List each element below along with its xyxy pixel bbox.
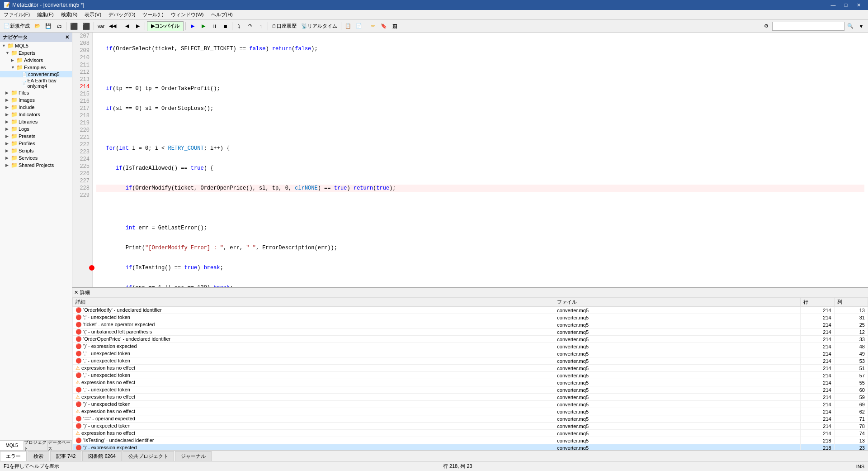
error-row[interactable]: 🔴 ',' - unexpected tokenconverter.mq5214… xyxy=(73,357,868,365)
error-detail: ⚠ expression has no effect xyxy=(73,379,554,386)
menu-help[interactable]: ヘルプ(H) xyxy=(208,10,236,19)
tab-error[interactable]: エラー xyxy=(0,451,27,461)
tab-article[interactable]: 記事 742 xyxy=(50,451,81,461)
nav-item-ea-earth[interactable]: 📄 EA Earth bay only.mq4 xyxy=(0,77,72,89)
save-all-button[interactable]: 🗂 xyxy=(54,21,64,31)
tab-public-projects[interactable]: 公共プロジェクト xyxy=(123,451,174,461)
stop-button[interactable]: ⏹ xyxy=(220,21,230,31)
nav-item-converter[interactable]: 📄 converter.mq5 xyxy=(0,71,72,77)
error-row[interactable]: 🔴 'IsTesting' - undeclared identifiercon… xyxy=(73,437,868,444)
pause-button[interactable]: ⏸ xyxy=(209,21,219,31)
tab-journal[interactable]: ジャーナル xyxy=(175,451,212,461)
error-icon: 🔴 xyxy=(75,416,82,421)
close-button[interactable]: ✕ xyxy=(853,1,864,9)
error-row[interactable]: ⚠ expression has no effectconverter.mq52… xyxy=(73,365,868,372)
nav-item-presets[interactable]: ▶ 📁 Presets xyxy=(0,133,72,140)
error-row[interactable]: 🔴 'OrderOpenPrice' - undeclared identifi… xyxy=(73,336,868,343)
forward-button[interactable]: ▶ xyxy=(133,21,143,31)
indent-button[interactable]: var xyxy=(96,21,106,31)
image-button[interactable]: 🖼 xyxy=(390,21,400,31)
toolbar-search-input[interactable] xyxy=(772,22,844,31)
error-row[interactable]: ⚠ expression has no effectconverter.mq52… xyxy=(73,379,868,386)
run-button[interactable]: ▶ xyxy=(188,21,198,31)
nav-item-scripts[interactable]: ▶ 📁 Scripts xyxy=(0,147,72,154)
error-row[interactable]: ⚠ expression has no effectconverter.mq52… xyxy=(73,394,868,401)
error-row[interactable]: 🔴 'OrderModify' - undeclared identifierc… xyxy=(73,307,868,314)
nav-tab-database[interactable]: データベース xyxy=(48,441,72,450)
error-row[interactable]: ⚠ expression has no effectconverter.mq52… xyxy=(73,408,868,415)
run-green-button[interactable]: ▶ xyxy=(198,21,208,31)
settings-button[interactable]: ⚙ xyxy=(761,21,771,31)
error-file: converter.mq5 xyxy=(554,307,801,314)
outdent-button[interactable]: ◀◀ xyxy=(107,21,118,31)
nav-item-files[interactable]: ▶ 📁 Files xyxy=(0,89,72,96)
bookmark-button[interactable]: 🔖 xyxy=(379,21,389,31)
open-button[interactable]: 📂 xyxy=(33,21,42,31)
error-row[interactable]: 🔴 ')' - unexpected tokenconverter.mq5214… xyxy=(73,401,868,408)
nav-item-services[interactable]: ▶ 📁 Services xyxy=(0,154,72,162)
menu-window[interactable]: ウィンドウ(W) xyxy=(167,10,208,19)
error-panel-close[interactable]: ✕ xyxy=(74,290,78,295)
nav-item-experts[interactable]: ▼ 📁 Experts xyxy=(0,49,72,57)
nav-item-include[interactable]: ▶ 📁 Include xyxy=(0,104,72,111)
nav-item-indicators[interactable]: ▶ 📁 Indicators xyxy=(0,111,72,118)
search-button[interactable]: 🔍 xyxy=(845,21,855,31)
maximize-button[interactable]: □ xyxy=(840,1,852,9)
nav-item-logs[interactable]: ▶ 📁 Logs xyxy=(0,125,72,133)
step-over-button[interactable]: ↷ xyxy=(245,21,255,31)
warning-icon: ⚠ xyxy=(75,365,80,371)
nav-item-images[interactable]: ▶ 📁 Images xyxy=(0,96,72,104)
back-button[interactable]: ◀ xyxy=(122,21,132,31)
code-editor[interactable]: 207 208 209 210 211 212 213 214 215 216 … xyxy=(72,33,868,287)
new-button[interactable]: 📄 新規作成 xyxy=(2,21,32,31)
error-icon: 🔴 xyxy=(75,423,82,428)
copy-button[interactable]: 📋 xyxy=(343,21,353,31)
error-row[interactable]: 🔴 ',' - unexpected tokenconverter.mq5214… xyxy=(73,372,868,379)
menu-view[interactable]: 表示(V) xyxy=(81,10,105,19)
nav-item-examples[interactable]: ▼ 📁 Examples xyxy=(0,64,72,71)
error-row[interactable]: ⚠ expression has no effectconverter.mq52… xyxy=(73,430,868,437)
highlight-button[interactable]: ✏ xyxy=(368,21,378,31)
nav-tabs: MQL5 プロジェクト データベース xyxy=(0,440,72,450)
menu-edit[interactable]: 編集(E) xyxy=(33,10,57,19)
minimize-button[interactable]: — xyxy=(827,1,839,9)
menu-tools[interactable]: ツール(L) xyxy=(139,10,167,19)
close-nav-button[interactable]: ✕ xyxy=(65,34,69,40)
compile-button[interactable]: ▶ コンパイル xyxy=(147,21,184,31)
error-row[interactable]: 🔴 ')' - expression expectedconverter.mq5… xyxy=(73,343,868,350)
nav-root[interactable]: ▼ 📁 MQL5 xyxy=(0,42,72,49)
undo-button[interactable]: ⬛ xyxy=(68,21,80,31)
save-button[interactable]: 💾 xyxy=(43,21,53,31)
tab-library[interactable]: 図書館 6264 xyxy=(82,451,122,461)
paste-button[interactable]: 📄 xyxy=(354,21,364,31)
separator-1 xyxy=(66,22,66,30)
nav-item-advisors[interactable]: ▶ 📁 Advisors xyxy=(0,57,72,64)
menu-file[interactable]: ファイル(F) xyxy=(0,10,33,19)
error-row[interactable]: 🔴 'ticket' - some operator expectedconve… xyxy=(73,321,868,328)
nav-tab-project[interactable]: プロジェクト xyxy=(24,441,48,450)
error-row[interactable]: 🔴 ',' - unexpected tokenconverter.mq5214… xyxy=(73,386,868,394)
code-lines[interactable]: if(OrderSelect(ticket, SELECT_BY_TICKET)… xyxy=(93,33,868,287)
nav-item-shared-projects[interactable]: ▶ 📁 Shared Projects xyxy=(0,162,72,169)
error-row[interactable]: 🔴 ')' - unexpected tokenconverter.mq5214… xyxy=(73,423,868,430)
tab-search[interactable]: 検索 xyxy=(28,451,49,461)
history-button[interactable]: 🗒 口座履歴 xyxy=(270,21,298,31)
error-row[interactable]: 🔴 ')' - expression expectedconverter.mq5… xyxy=(73,444,868,451)
nav-item-libraries[interactable]: ▶ 📁 Libraries xyxy=(0,118,72,125)
error-row[interactable]: 🔴 ';' - unexpected tokenconverter.mq5214… xyxy=(73,314,868,321)
error-row[interactable]: 🔴 ',' - unexpected tokenconverter.mq5214… xyxy=(73,350,868,357)
step-into-button[interactable]: ⤵ xyxy=(234,21,244,31)
realtime-button[interactable]: 📡 リアルタイム xyxy=(299,21,339,31)
menu-debug[interactable]: デバッグ(D) xyxy=(105,10,139,19)
code-line-218: if(IsTesting() == true) break; xyxy=(96,264,864,271)
error-detail: 🔴 ')' - unexpected token xyxy=(73,401,554,408)
redo-button[interactable]: ⬛ xyxy=(80,21,92,31)
error-row[interactable]: 🔴 '(' - unbalanced left parenthesisconve… xyxy=(73,328,868,336)
search-options-button[interactable]: ▼ xyxy=(856,21,866,31)
step-out-button[interactable]: ↑ xyxy=(256,21,266,31)
nav-tab-mql5[interactable]: MQL5 xyxy=(0,441,24,450)
error-line: 214 xyxy=(801,307,834,314)
error-row[interactable]: 🔴 '==' - operand expectedconverter.mq521… xyxy=(73,415,868,423)
nav-item-profiles[interactable]: ▶ 📁 Profiles xyxy=(0,140,72,147)
menu-search[interactable]: 検索(S) xyxy=(57,10,81,19)
